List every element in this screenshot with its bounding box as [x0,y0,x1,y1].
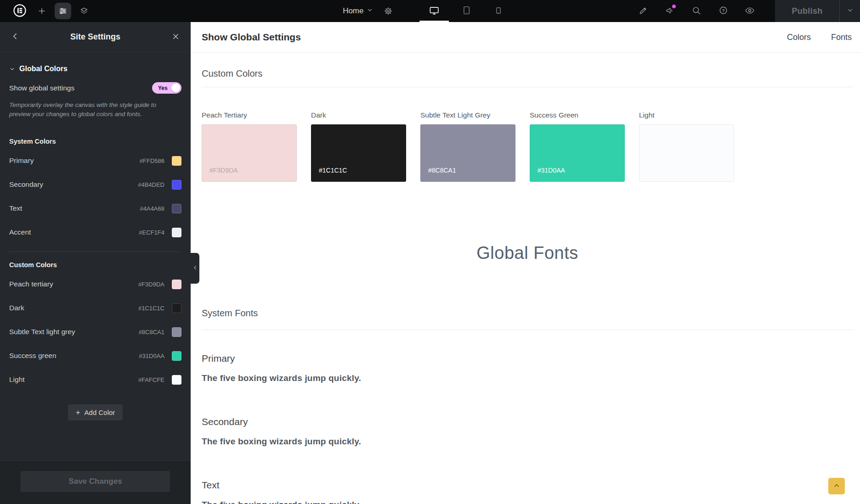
help-button[interactable]: ? [710,0,736,22]
color-swatch[interactable] [172,327,181,337]
panel-title: Site Settings [0,32,191,42]
color-label: Accent [9,228,139,236]
color-swatch[interactable] [172,280,181,289]
global-colors-section-toggle[interactable]: Global Colors [9,52,181,82]
color-row-success-green: Success green #31D0AA [9,344,181,368]
color-swatch[interactable] [172,204,181,213]
color-row-dark: Dark #1C1C1C [9,296,181,320]
color-swatch[interactable] [172,303,181,313]
plus-icon [37,6,46,16]
structure-button[interactable] [74,0,95,22]
site-settings-button[interactable] [52,0,74,22]
color-card-label: Dark [311,111,406,119]
color-card-hex: #F3D9DA [209,167,238,174]
font-sample-secondary: Secondary The five boxing wizards jump q… [202,416,853,447]
color-label: Subtle Text light grey [9,328,139,336]
help-icon: ? [719,6,728,17]
preview-nav: Colors Fonts [787,33,852,42]
color-card-subtle-text: Subtle Text Light Grey #8C8CA1 [420,111,515,182]
color-card-swatch: #31D0AA [530,124,625,182]
close-icon [171,32,180,42]
device-desktop-button[interactable] [418,0,450,22]
elementor-logo-icon [13,4,27,19]
finder-search-button[interactable] [683,0,710,22]
device-tablet-button[interactable] [450,0,482,22]
close-panel-button[interactable] [168,29,183,45]
divider [202,87,853,87]
nav-fonts-link[interactable]: Fonts [831,33,852,42]
color-swatch[interactable] [172,228,181,237]
preview-title: Show Global Settings [202,32,301,43]
save-changes-button[interactable]: Save Changes [21,471,170,492]
toggle-knob [171,84,180,92]
color-card-light: Light [639,111,734,182]
add-color-label: Add Color [85,409,115,416]
plus-icon: + [76,409,80,416]
device-mobile-button[interactable] [482,0,515,22]
color-card-swatch [639,124,734,182]
topbar-center: Home [338,0,515,22]
font-sample-label: Primary [202,353,853,364]
color-label: Success green [9,352,139,360]
color-label: Dark [9,304,138,312]
color-swatch[interactable] [172,351,181,361]
style-guide-preview: Show Global Settings Colors Fonts Custom… [191,22,860,504]
color-label: Text [9,204,140,213]
nav-colors-link[interactable]: Colors [787,33,811,42]
color-row-light: Light #FAFCFE [9,368,181,392]
color-card-label: Peach Tertiary [202,111,297,119]
publish-options-button[interactable] [839,0,860,22]
color-card-hex: #1C1C1C [319,167,347,174]
system-colors-heading: System Colors [9,138,181,145]
global-fonts-heading: Global Fonts [202,243,853,263]
panel-collapse-handle[interactable] [191,253,199,284]
whats-new-button[interactable] [656,0,683,22]
gear-icon [384,6,393,16]
page-settings-button[interactable] [378,0,399,22]
font-sample-text: Text The five boxing wizards jump quickl… [202,480,853,504]
color-swatch[interactable] [172,375,181,385]
show-global-settings-toggle[interactable]: Yes [152,82,181,94]
show-global-settings-row: Show global settings Yes [9,82,181,94]
color-hex-value: #4B4DED [138,181,164,188]
color-row-subtle-text: Subtle Text light grey #8C8CA1 [9,320,181,344]
chevron-left-icon [192,265,198,272]
panel-body: Global Colors Show global settings Yes T… [0,52,191,460]
color-hex-value: #FFD586 [140,157,164,164]
color-swatch[interactable] [172,156,181,166]
responsive-device-switcher [418,0,515,22]
page-selector[interactable]: Home [338,0,378,22]
color-hex-value: #8C8CA1 [139,329,164,336]
color-card-success-green: Success Green #31D0AA [530,111,625,182]
search-icon [692,6,701,17]
toggle-value-label: Yes [158,85,168,91]
back-button[interactable] [7,29,23,45]
checklist-button[interactable] [630,0,656,22]
tablet-icon [462,6,471,17]
chevron-down-icon [367,6,373,16]
font-sample-text: The five boxing wizards jump quickly. [202,437,853,447]
elementor-logo[interactable] [8,0,31,22]
mobile-icon [494,6,503,17]
color-card-hex: #31D0AA [538,167,565,174]
chevron-left-icon [11,32,20,42]
preview-header: Show Global Settings Colors Fonts [191,22,860,53]
chevron-up-icon [833,482,840,491]
color-swatch[interactable] [172,180,181,190]
color-row-text: Text #4A4A68 [9,196,181,220]
topbar-left-tools [0,0,95,22]
sliders-icon [55,3,71,19]
divider [9,252,181,252]
svg-text:?: ? [722,8,724,13]
add-element-button[interactable] [31,0,52,22]
preview-changes-button[interactable] [736,0,763,22]
color-row-peach-tertiary: Peach tertiary #F3D9DA [9,272,181,296]
layers-icon [79,6,89,16]
publish-button[interactable]: Publish [775,0,839,22]
panel-header: Site Settings [0,22,191,52]
add-color-button[interactable]: + Add Color [68,404,123,420]
divider [202,330,853,330]
color-cards-row: Peach Tertiary #F3D9DA Dark #1C1C1C Subt… [202,111,853,182]
scroll-to-top-button[interactable] [828,478,845,494]
preview-body: Custom Colors Peach Tertiary #F3D9DA Dar… [191,53,860,504]
